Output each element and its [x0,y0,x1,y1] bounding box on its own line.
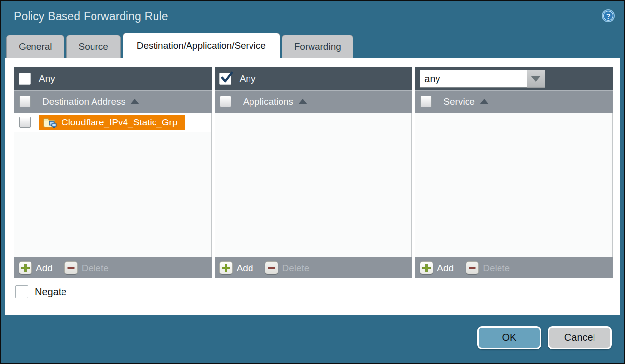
applications-column: Any Applications Add [215,67,412,278]
destination-column-header[interactable]: Destination Address [14,90,212,113]
delete-minus-icon [64,261,78,274]
sort-ascending-icon[interactable] [480,99,489,104]
destination-delete-label: Delete [82,263,109,273]
destination-list: Cloudflare_IPv4_Static_Grp [14,113,212,257]
add-plus-icon [219,261,233,274]
tab-content-panel: Any Destination Address [5,58,620,315]
destination-footer: Add Delete [14,257,212,278]
service-header-label: Service [443,96,474,107]
service-list [415,113,613,257]
tab-forwarding[interactable]: Forwarding [282,35,353,58]
address-group-icon [43,117,57,128]
applications-header-label: Applications [243,96,293,107]
destination-item-label: Cloudflare_IPv4_Static_Grp [62,117,178,128]
applications-footer: Add Delete [215,257,412,278]
tab-destination-application-service[interactable]: Destination/Application/Service [123,33,280,58]
sort-ascending-icon[interactable] [130,99,139,104]
selection-columns: Any Destination Address [14,67,613,278]
destination-add-button[interactable]: Add [19,261,53,274]
service-any-bar [415,67,613,90]
checkmark-icon [220,71,233,84]
dialog-action-buttons: OK Cancel [477,326,612,349]
service-dropdown-input[interactable] [420,70,527,88]
service-header-checkbox[interactable] [420,96,432,107]
destination-header-label: Destination Address [42,96,125,107]
tab-forwarding-label: Forwarding [294,41,341,52]
applications-add-button[interactable]: Add [219,261,253,274]
destination-add-label: Add [36,263,53,273]
chevron-down-icon [531,76,541,82]
dialog-title: Policy Based Forwarding Rule [14,10,168,23]
service-add-label: Add [437,263,454,273]
destination-any-bar: Any [14,67,212,90]
tab-source[interactable]: Source [66,35,121,58]
service-dropdown[interactable] [420,70,545,88]
service-dropdown-button[interactable] [527,70,545,88]
help-icon[interactable]: ? [601,8,616,23]
service-column-header[interactable]: Service [415,90,613,113]
applications-list [215,113,412,257]
destination-header-checkbox[interactable] [19,96,31,107]
service-delete-label: Delete [483,263,510,273]
applications-delete-label: Delete [282,263,309,273]
add-plus-icon [420,261,433,274]
destination-address-column: Any Destination Address [14,67,212,278]
service-delete-button[interactable]: Delete [466,261,510,274]
service-footer: Add Delete [415,257,613,278]
sort-ascending-icon[interactable] [298,99,307,104]
tab-destination-application-service-label: Destination/Application/Service [137,40,266,51]
destination-selected-item[interactable]: Cloudflare_IPv4_Static_Grp [39,115,185,130]
destination-any-checkbox[interactable] [19,73,31,85]
destination-row-checkbox[interactable] [19,117,31,128]
applications-add-label: Add [237,263,253,273]
applications-column-header[interactable]: Applications [215,90,412,113]
tab-general-label: General [19,41,52,52]
cancel-button[interactable]: Cancel [548,326,612,349]
tab-bar: General Source Destination/Application/S… [6,33,355,58]
delete-minus-icon [265,261,278,274]
svg-text:?: ? [606,12,610,20]
destination-row[interactable]: Cloudflare_IPv4_Static_Grp [14,113,211,132]
destination-any-label: Any [39,73,55,84]
policy-based-forwarding-dialog: Policy Based Forwarding Rule ? General S… [0,0,625,364]
tab-general[interactable]: General [6,35,64,58]
negate-checkbox[interactable] [15,285,28,298]
service-column: Service Add Delete [415,67,613,278]
applications-delete-button[interactable]: Delete [265,261,309,274]
add-plus-icon [19,261,32,274]
applications-header-checkbox[interactable] [220,96,231,107]
applications-any-bar: Any [215,67,412,90]
service-add-button[interactable]: Add [420,261,454,274]
ok-button[interactable]: OK [477,326,541,349]
delete-minus-icon [466,261,479,274]
destination-delete-button[interactable]: Delete [64,261,109,274]
negate-row: Negate [15,285,67,298]
tab-source-label: Source [79,41,108,52]
service-header-checkbox-cell [415,91,438,113]
destination-header-checkbox-cell [14,91,36,113]
applications-any-checkbox[interactable] [219,73,231,85]
negate-label: Negate [35,286,67,298]
applications-header-checkbox-cell [215,91,237,113]
applications-any-label: Any [240,73,256,84]
